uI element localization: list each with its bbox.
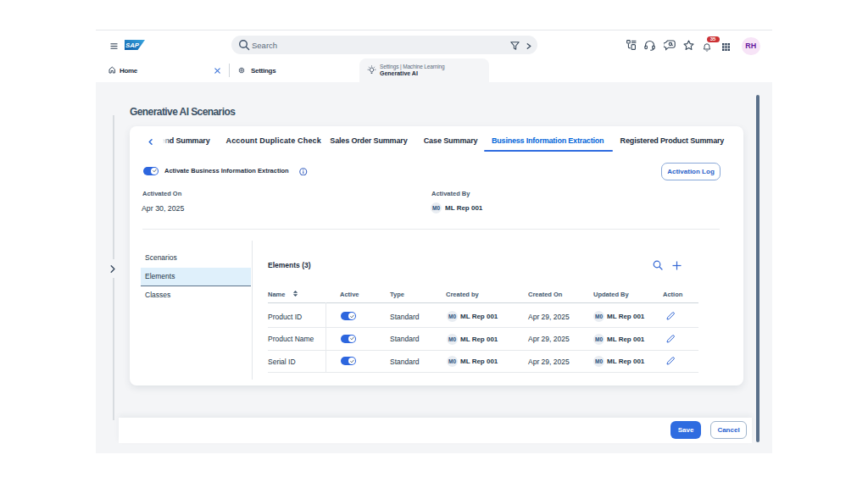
svg-text:SAP: SAP bbox=[125, 42, 140, 49]
